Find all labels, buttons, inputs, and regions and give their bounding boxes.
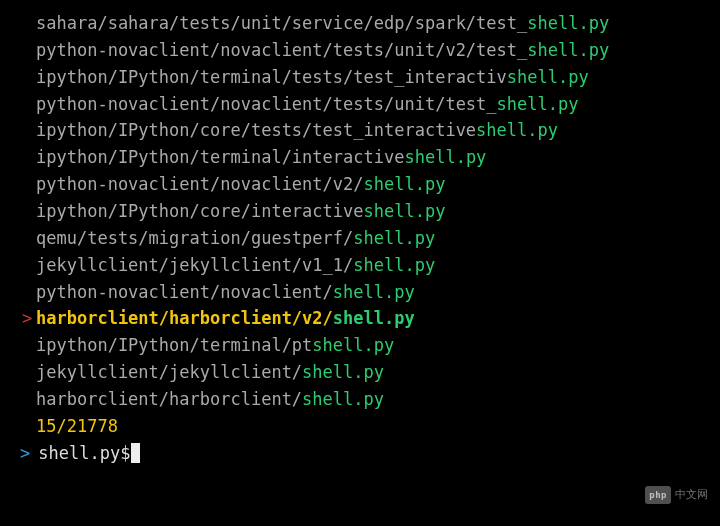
result-match-text: shell.py [353, 255, 435, 275]
cursor [131, 443, 140, 463]
result-count: 15/21778 [20, 413, 700, 440]
result-match-text: shell.py [476, 120, 558, 140]
result-path-prefix: ipython/IPython/terminal/tests/test_inte… [36, 67, 507, 87]
result-match-text: shell.py [333, 282, 415, 302]
search-prompt-line[interactable]: > shell.py$ [20, 440, 700, 467]
result-row[interactable]: python-novaclient/novaclient/tests/unit/… [36, 91, 700, 118]
result-row[interactable]: ipython/IPython/terminal/tests/test_inte… [36, 64, 700, 91]
result-path-prefix: python-novaclient/novaclient/tests/unit/… [36, 40, 527, 60]
search-query: shell.py$ [38, 440, 130, 467]
result-path-prefix: qemu/tests/migration/guestperf/ [36, 228, 353, 248]
result-path-prefix: jekyllclient/jekyllclient/ [36, 362, 302, 382]
result-row[interactable]: qemu/tests/migration/guestperf/shell.py [36, 225, 700, 252]
watermark-badge: php [645, 486, 671, 504]
result-path-prefix: python-novaclient/novaclient/tests/unit/… [36, 94, 497, 114]
result-row[interactable]: ipython/IPython/terminal/ptshell.py [36, 332, 700, 359]
result-match-text: shell.py [364, 201, 446, 221]
result-match-text: shell.py [353, 228, 435, 248]
result-row[interactable]: ipython/IPython/core/interactiveshell.py [36, 198, 700, 225]
prompt-chevron-icon: > [20, 440, 30, 467]
result-match-text: shell.py [312, 335, 394, 355]
result-path-prefix: python-novaclient/novaclient/v2/ [36, 174, 364, 194]
result-match-text: shell.py [404, 147, 486, 167]
result-match-text: shell.py [527, 13, 609, 33]
result-match-text: shell.py [507, 67, 589, 87]
result-match-text: shell.py [302, 389, 384, 409]
result-row[interactable]: python-novaclient/novaclient/shell.py [36, 279, 700, 306]
result-path-prefix: ipython/IPython/core/interactive [36, 201, 364, 221]
result-row[interactable]: ipython/IPython/terminal/interactiveshel… [36, 144, 700, 171]
result-row[interactable]: sahara/sahara/tests/unit/service/edp/spa… [36, 10, 700, 37]
result-row[interactable]: ipython/IPython/core/tests/test_interact… [36, 117, 700, 144]
result-match-text: shell.py [527, 40, 609, 60]
result-path-prefix: ipython/IPython/terminal/interactive [36, 147, 404, 167]
result-match-text: shell.py [364, 174, 446, 194]
result-row[interactable]: >harborclient/harborclient/v2/shell.py [36, 305, 700, 332]
result-path-prefix: jekyllclient/jekyllclient/v1_1/ [36, 255, 353, 275]
result-row[interactable]: jekyllclient/jekyllclient/shell.py [36, 359, 700, 386]
result-row[interactable]: python-novaclient/novaclient/tests/unit/… [36, 37, 700, 64]
result-path-prefix: harborclient/harborclient/ [36, 389, 302, 409]
result-match-text: shell.py [302, 362, 384, 382]
result-path-prefix: ipython/IPython/core/tests/test_interact… [36, 120, 476, 140]
selection-marker-icon: > [22, 305, 36, 332]
result-path-prefix: python-novaclient/novaclient/ [36, 282, 333, 302]
result-path-prefix: sahara/sahara/tests/unit/service/edp/spa… [36, 13, 527, 33]
watermark-text: 中文网 [675, 486, 708, 503]
watermark: php 中文网 [645, 486, 708, 504]
result-match-text: shell.py [497, 94, 579, 114]
result-path-prefix: ipython/IPython/terminal/pt [36, 335, 312, 355]
result-row[interactable]: jekyllclient/jekyllclient/v1_1/shell.py [36, 252, 700, 279]
result-path-prefix: harborclient/harborclient/v2/ [36, 308, 333, 328]
result-row[interactable]: python-novaclient/novaclient/v2/shell.py [36, 171, 700, 198]
result-match-text: shell.py [333, 308, 415, 328]
fzf-results-list: sahara/sahara/tests/unit/service/edp/spa… [20, 10, 700, 413]
result-row[interactable]: harborclient/harborclient/shell.py [36, 386, 700, 413]
